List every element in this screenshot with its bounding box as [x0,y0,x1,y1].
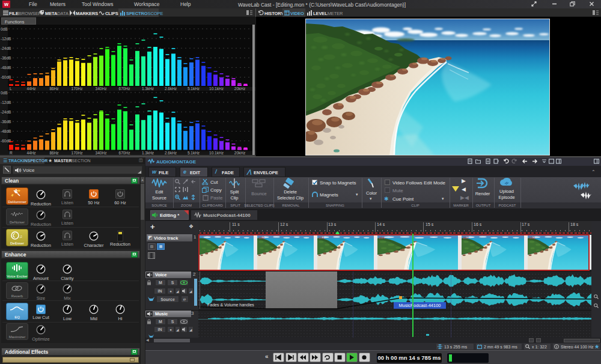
svg-text:-36dB: -36dB [1,56,11,60]
svg-text:10.1kHz: 10.1kHz [209,151,224,155]
svg-text:-60dB: -60dB [1,75,11,79]
svg-text:L: L [10,86,12,91]
svg-text:670Hz: 670Hz [119,151,130,155]
svg-text:-48dB: -48dB [1,65,11,70]
svg-text:5.1kHz: 5.1kHz [188,151,200,155]
svg-text:670Hz: 670Hz [119,86,130,91]
svg-text:♫: ♫ [19,234,22,238]
svg-text:-12dB: -12dB [1,37,11,41]
svg-text:340Hz: 340Hz [96,151,107,155]
svg-text:44Hz: 44Hz [26,151,35,155]
svg-text:170Hz: 170Hz [72,151,83,155]
svg-text:10.1kHz: 10.1kHz [209,86,224,91]
svg-text:264: 264 [379,236,385,240]
svg-text:340Hz: 340Hz [96,86,107,91]
svg-text:1.3kHz: 1.3kHz [142,151,154,155]
svg-text:170Hz: 170Hz [72,86,83,91]
svg-text:190: 190 [258,236,265,240]
svg-text:-36dB: -36dB [1,120,11,124]
svg-text:2.6kHz: 2.6kHz [165,86,177,91]
svg-text:20kHz: 20kHz [234,151,245,155]
svg-text:330: 330 [529,236,535,240]
svg-text:231: 231 [319,236,325,240]
svg-text:-60dB: -60dB [1,139,11,143]
svg-text:-12dB: -12dB [1,100,11,105]
svg-text:5.1kHz: 5.1kHz [188,86,200,91]
svg-text:44Hz: 44Hz [26,86,35,91]
svg-text:R: R [10,151,13,155]
svg-text:0dB: 0dB [1,27,8,31]
svg-text:86Hz: 86Hz [49,151,58,155]
svg-text:-48dB: -48dB [1,129,11,133]
svg-text:20kHz: 20kHz [234,86,245,91]
svg-text:2.6kHz: 2.6kHz [165,151,177,155]
svg-text:-24dB: -24dB [1,46,11,50]
svg-text:0dB: 0dB [1,91,8,95]
svg-text:86Hz: 86Hz [49,86,58,91]
svg-text:-24dB: -24dB [1,110,11,114]
svg-text:1.3kHz: 1.3kHz [142,86,154,91]
svg-text:297: 297 [463,236,469,240]
